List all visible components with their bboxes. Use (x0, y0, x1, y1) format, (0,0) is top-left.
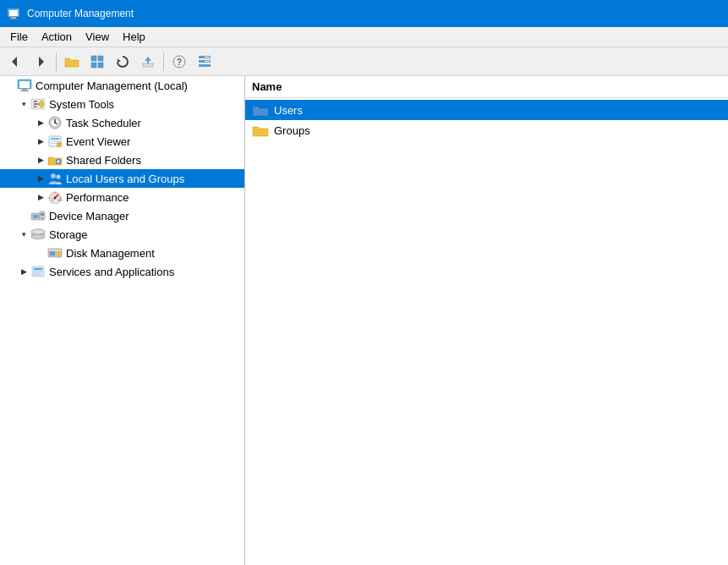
toolbar-refresh-button[interactable] (111, 50, 134, 74)
svg-rect-42 (51, 143, 57, 144)
toolbar-folder-button[interactable] (60, 50, 84, 74)
tree-item-shared-folders[interactable]: ▶ Shared Folders (0, 151, 244, 169)
local-users-icon (47, 171, 63, 186)
svg-point-55 (54, 192, 56, 194)
svg-marker-4 (12, 57, 17, 67)
tree-item-local-users-and-groups[interactable]: ▶ Local Users and Groups (0, 169, 244, 188)
toolbar-view-button[interactable] (85, 50, 109, 74)
shared-folders-icon (47, 152, 63, 167)
svg-rect-72 (34, 268, 42, 270)
tree-label-shared-folders: Shared Folders (66, 154, 141, 167)
toolbar-separator-1 (56, 52, 57, 71)
svg-point-66 (31, 229, 45, 234)
svg-rect-2 (11, 17, 16, 19)
svg-point-57 (60, 197, 62, 199)
toolbar-help-button[interactable]: ? (167, 50, 191, 74)
toolbar: ? (0, 47, 728, 76)
svg-rect-61 (41, 213, 44, 216)
toolbar-separator-2 (163, 52, 164, 71)
svg-rect-3 (9, 19, 18, 19)
tree-item-device-manager[interactable]: Device Manager (0, 206, 244, 225)
svg-rect-11 (143, 63, 153, 67)
menu-action[interactable]: Action (35, 29, 79, 45)
tree-arrow-system-tools: ▾ (17, 97, 30, 111)
tree-label-storage: Storage (49, 228, 88, 241)
svg-rect-59 (33, 215, 38, 218)
tree-arrow-performance: ▶ (34, 190, 47, 204)
content-item-groups[interactable]: Groups (245, 120, 728, 140)
tree-label-disk-management: Disk Management (66, 247, 155, 260)
tree-label-local-users: Local Users and Groups (66, 173, 184, 185)
task-scheduler-icon (47, 115, 63, 130)
users-label: Users (274, 104, 303, 117)
svg-rect-20 (205, 61, 210, 62)
title-bar: Computer Management (0, 0, 728, 27)
svg-text:?: ? (177, 58, 182, 67)
svg-rect-74 (34, 272, 40, 273)
storage-icon (30, 227, 46, 242)
disk-management-icon (47, 245, 63, 261)
tree-arrow-task-scheduler: ▶ (34, 116, 47, 129)
toolbar-extra-button[interactable] (193, 50, 216, 74)
svg-rect-13 (147, 60, 149, 63)
svg-point-49 (57, 175, 61, 179)
users-folder-icon (252, 101, 269, 118)
device-manager-icon (30, 208, 46, 223)
tree-item-task-scheduler[interactable]: ▶ Task Scheduler (0, 113, 244, 132)
menu-view[interactable]: View (79, 29, 116, 45)
content-panel: Name Users Groups (245, 76, 728, 565)
content-header-label: Name (252, 80, 282, 93)
svg-point-52 (54, 197, 57, 200)
groups-folder-icon (252, 122, 269, 139)
svg-point-65 (31, 234, 45, 239)
svg-rect-23 (22, 89, 27, 91)
svg-point-48 (51, 173, 56, 178)
svg-rect-9 (98, 63, 103, 68)
tree-item-computer-management[interactable]: Computer Management (Local) (0, 76, 244, 95)
menu-bar: File Action View Help (0, 27, 728, 47)
tree-arrow-shared-folders: ▶ (34, 153, 47, 167)
svg-rect-8 (91, 63, 96, 68)
svg-rect-6 (91, 56, 96, 61)
svg-rect-1 (9, 10, 18, 16)
toolbar-back-button[interactable] (3, 50, 27, 74)
svg-rect-70 (49, 250, 61, 251)
tree-item-storage[interactable]: ▾ Storage (0, 225, 244, 244)
svg-point-62 (41, 217, 43, 219)
tree-arrow-services: ▶ (17, 265, 30, 278)
tree-label-task-scheduler: Task Scheduler (66, 117, 141, 129)
main-area: Computer Management (Local) ▾ System Too… (0, 76, 728, 565)
computer-management-icon (17, 78, 32, 93)
tree-arrow-local-users: ▶ (34, 172, 47, 185)
title-bar-text: Computer Management (27, 8, 134, 19)
toolbar-forward-button[interactable] (29, 50, 52, 74)
tree-arrow-storage: ▾ (17, 228, 30, 241)
content-item-users[interactable]: Users (245, 100, 728, 120)
svg-marker-5 (39, 57, 44, 67)
svg-rect-24 (20, 91, 29, 91)
svg-rect-22 (19, 81, 30, 88)
svg-rect-40 (51, 138, 59, 140)
tree-label-performance: Performance (66, 191, 129, 204)
tree-label-event-viewer: Event Viewer (66, 135, 130, 148)
menu-help[interactable]: Help (116, 29, 152, 45)
menu-file[interactable]: File (3, 29, 35, 45)
svg-rect-75 (34, 274, 41, 275)
tree-item-disk-management[interactable]: Disk Management (0, 244, 244, 262)
svg-text:100: 100 (57, 198, 63, 202)
toolbar-export-button[interactable] (136, 50, 160, 74)
tree-item-event-viewer[interactable]: ▶ ! Event Viewer (0, 132, 244, 151)
tree-item-performance[interactable]: ▶ 0 100 Performance (0, 188, 244, 206)
tree-label-device-manager: Device Manager (49, 210, 129, 222)
tree-label-system-tools: System Tools (49, 98, 114, 111)
event-viewer-icon: ! (47, 134, 63, 149)
svg-rect-7 (98, 56, 103, 61)
content-header: Name (245, 76, 728, 98)
system-tools-icon (30, 96, 46, 112)
groups-label: Groups (274, 124, 310, 137)
content-list: Users Groups (245, 98, 728, 142)
tree-item-system-tools[interactable]: ▾ System Tools (0, 95, 244, 113)
tree-item-services-and-applications[interactable]: ▶ Services and Applications (0, 262, 244, 281)
svg-rect-73 (34, 271, 42, 272)
svg-point-56 (49, 197, 51, 199)
